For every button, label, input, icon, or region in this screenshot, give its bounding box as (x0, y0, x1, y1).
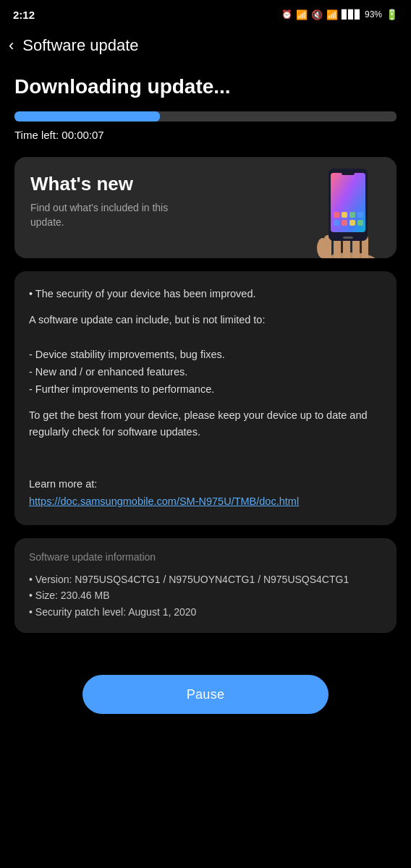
bluetooth-icon: 📶 (296, 9, 308, 20)
pause-button[interactable]: Pause (82, 675, 329, 714)
mute-icon: 🔇 (311, 9, 323, 20)
battery-indicator: 93% (365, 9, 382, 20)
wifi-icon: 📶 (326, 9, 338, 20)
status-time: 2:12 (13, 9, 35, 21)
svg-rect-16 (349, 220, 355, 226)
page-title: Software update (22, 36, 138, 55)
status-icons: ⏰ 📶 🔇 📶 ▊▊▊ 93% 🔋 (281, 9, 398, 20)
security-patch-info: • Security patch level: August 1, 2020 (29, 604, 382, 620)
svg-rect-12 (349, 212, 355, 218)
download-progress-bar (14, 111, 397, 122)
time-left: Time left: 00:00:07 (14, 129, 397, 141)
version-info: • Version: N975USQS4CTG1 / N975UOYN4CTG1… (29, 571, 382, 587)
svg-rect-10 (334, 212, 339, 218)
detail-line-1: - Device stability improvements, bug fix… (29, 349, 225, 360)
status-bar: 2:12 ⏰ 📶 🔇 📶 ▊▊▊ 93% 🔋 (0, 0, 411, 26)
learn-more-label: Learn more at: (29, 478, 97, 490)
svg-point-6 (317, 238, 329, 258)
intro-text: A software update can include, but is no… (29, 312, 382, 329)
svg-rect-18 (343, 237, 353, 239)
svg-rect-14 (334, 220, 339, 226)
svg-rect-17 (357, 220, 363, 226)
info-card-title: Software update information (29, 551, 382, 563)
signal-icon: ▊▊▊ (342, 9, 361, 20)
downloading-title: Downloading update... (14, 75, 397, 98)
update-details-card: • The security of your device has been i… (14, 271, 397, 525)
progress-fill (14, 111, 160, 122)
learn-more-link[interactable]: https://doc.samsungmobile.com/SM-N975U/T… (29, 495, 299, 507)
pause-button-container: Pause (0, 668, 411, 736)
main-content: Downloading update... Time left: 00:00:0… (0, 65, 411, 668)
details-text: • The security of your device has been i… (29, 286, 382, 511)
whats-new-subtitle: Find out what's included in this update. (30, 201, 175, 229)
svg-rect-9 (342, 171, 355, 175)
battery-icon: 🔋 (386, 9, 398, 20)
back-button[interactable]: ‹ (9, 38, 14, 54)
size-info: • Size: 230.46 MB (29, 587, 382, 603)
security-line: • The security of your device has been i… (29, 288, 256, 299)
phone-illustration (308, 163, 388, 258)
whats-new-card: What's new Find out what's included in t… (14, 157, 397, 258)
recommendation-text: To get the best from your device, please… (29, 407, 382, 442)
svg-rect-11 (342, 212, 347, 218)
detail-line-2: - New and / or enhanced features. (29, 366, 187, 378)
alarm-icon: ⏰ (281, 9, 292, 20)
svg-rect-15 (342, 220, 347, 226)
update-info-card: Software update information • Version: N… (14, 538, 397, 633)
detail-line-3: - Further improvements to performance. (29, 383, 214, 395)
app-header: ‹ Software update (0, 26, 411, 65)
svg-rect-13 (357, 212, 363, 218)
